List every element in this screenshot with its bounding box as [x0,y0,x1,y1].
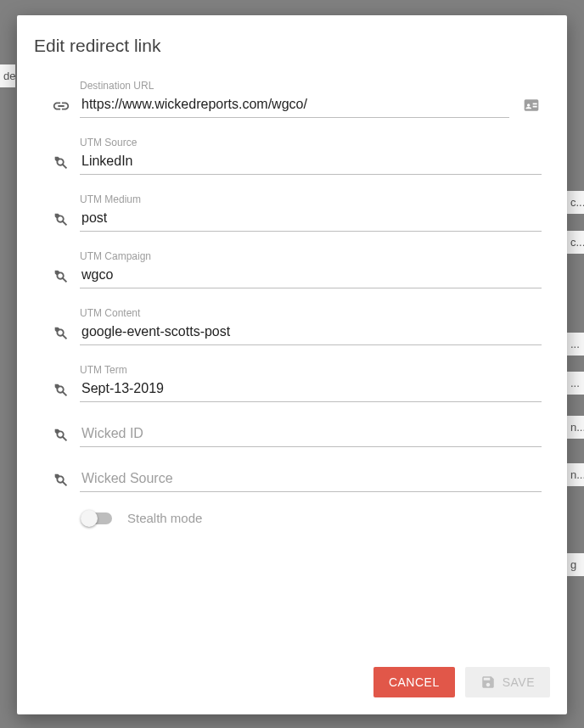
save-button-label: SAVE [503,675,535,689]
field-wicked-source [51,468,542,492]
bg-fragment: de [0,64,15,87]
search-replace-icon [51,380,71,400]
contact-card-icon[interactable] [523,97,542,115]
bg-fragment: ... [567,333,584,356]
label-destination-url: Destination URL [80,80,542,92]
search-replace-icon [51,266,71,287]
destination-url-input[interactable] [80,93,509,118]
search-replace-icon [51,210,71,230]
label-utm-campaign: UTM Campaign [80,250,542,262]
search-replace-icon [51,425,71,445]
label-utm-content: UTM Content [80,307,542,319]
search-replace-icon [51,323,71,344]
utm-campaign-input[interactable] [80,264,542,288]
field-utm-campaign: UTM Campaign [51,250,542,288]
bg-fragment: ... [567,372,584,395]
search-replace-icon [51,470,71,490]
bg-fragment: n... [567,416,584,439]
utm-source-input[interactable] [80,150,542,175]
label-utm-term: UTM Term [80,364,542,376]
stealth-mode-label: Stealth mode [127,511,202,525]
dialog-actions: CANCEL SAVE [34,667,550,697]
form-area: Destination URL UTM Source [34,80,550,641]
field-destination-url: Destination URL [51,80,542,118]
label-utm-medium: UTM Medium [80,193,542,205]
bg-fragment: c... [567,231,584,254]
bg-fragment: n... [567,463,584,486]
label-utm-source: UTM Source [80,137,542,148]
field-utm-content: UTM Content [51,307,542,345]
utm-content-input[interactable] [80,321,542,345]
toggle-knob [81,510,98,527]
bg-fragment: g [567,553,584,576]
dialog-title: Edit redirect link [34,36,550,56]
wicked-source-input[interactable] [80,468,542,492]
save-icon [480,675,496,690]
stealth-mode-row: Stealth mode [83,511,542,525]
field-utm-medium: UTM Medium [51,193,542,232]
field-wicked-id [51,423,542,447]
wicked-id-input[interactable] [80,423,542,447]
cancel-button[interactable]: CANCEL [373,667,455,697]
utm-term-input[interactable] [80,378,542,402]
field-utm-term: UTM Term [51,364,542,402]
search-replace-icon [51,153,71,173]
edit-redirect-dialog: Edit redirect link Destination URL UTM S… [17,15,567,714]
stealth-mode-toggle[interactable] [83,512,112,524]
bg-fragment: c... [567,191,584,214]
utm-medium-input[interactable] [80,207,542,232]
link-icon [51,96,71,116]
save-button: SAVE [465,667,550,697]
field-utm-source: UTM Source [51,137,542,175]
